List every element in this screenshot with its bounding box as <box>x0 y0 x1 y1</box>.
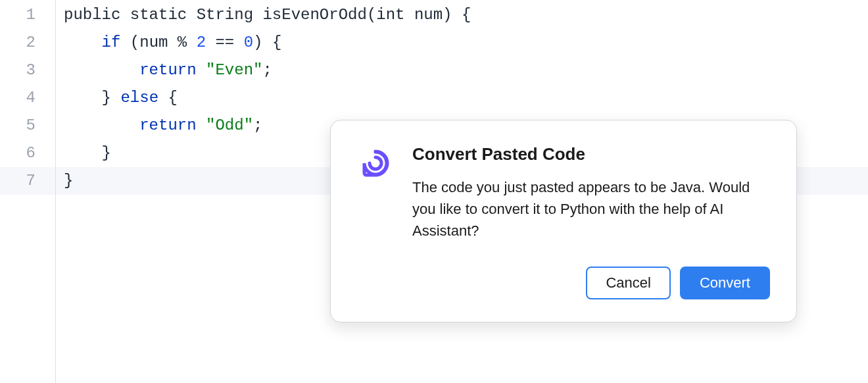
code-token: ; <box>253 116 262 134</box>
code-token: ( <box>130 34 139 51</box>
code-token: { <box>158 89 178 107</box>
code-line[interactable]: return "Even"; <box>64 57 868 84</box>
code-token <box>120 34 130 51</box>
dialog-buttons: Cancel Convert <box>412 267 770 299</box>
line-number: 6 <box>0 140 55 167</box>
code-token: return <box>139 61 196 79</box>
code-token: } <box>64 144 111 162</box>
line-number: 3 <box>0 57 55 84</box>
line-number: 5 <box>0 112 55 140</box>
code-token: } <box>64 89 120 107</box>
code-line[interactable]: public static String isEvenOrOdd(int num… <box>64 1 868 29</box>
code-token: "Odd" <box>206 116 253 134</box>
convert-code-dialog: Convert Pasted Code The code you just pa… <box>330 120 797 322</box>
cancel-button[interactable]: Cancel <box>586 267 670 299</box>
code-line[interactable]: } else { <box>64 84 868 112</box>
line-number: 7 <box>0 167 55 195</box>
code-line[interactable]: if (num % 2 == 0) { <box>64 29 868 57</box>
line-number: 4 <box>0 84 55 112</box>
code-token: { <box>452 6 471 24</box>
code-token: ; <box>262 61 272 79</box>
code-token: 0 <box>244 34 253 51</box>
code-token: if <box>102 34 121 51</box>
dialog-title: Convert Pasted Code <box>412 144 770 165</box>
code-token <box>197 116 206 134</box>
code-token: 2 <box>197 34 206 51</box>
code-token: num % <box>139 34 196 51</box>
line-number: 2 <box>0 29 55 57</box>
code-token: public static String isEvenOrOdd <box>64 6 367 24</box>
code-token: == <box>206 34 244 51</box>
code-token <box>197 61 206 79</box>
line-number: 1 <box>0 1 55 29</box>
code-token: else <box>120 89 158 107</box>
code-token <box>64 61 139 79</box>
code-token: ( <box>367 6 376 24</box>
code-token: { <box>262 34 281 51</box>
convert-button[interactable]: Convert <box>680 267 770 299</box>
code-token <box>64 116 139 134</box>
ai-assistant-icon <box>357 144 394 181</box>
code-token: return <box>139 116 196 134</box>
code-token: ) <box>253 34 262 51</box>
gutter: 1234567 <box>0 0 56 383</box>
code-token: } <box>64 172 73 190</box>
code-token: int num <box>376 6 443 24</box>
code-token <box>64 34 102 51</box>
code-token: ) <box>443 6 452 24</box>
code-token: "Even" <box>206 61 262 79</box>
dialog-body-text: The code you just pasted appears to be J… <box>412 176 770 242</box>
